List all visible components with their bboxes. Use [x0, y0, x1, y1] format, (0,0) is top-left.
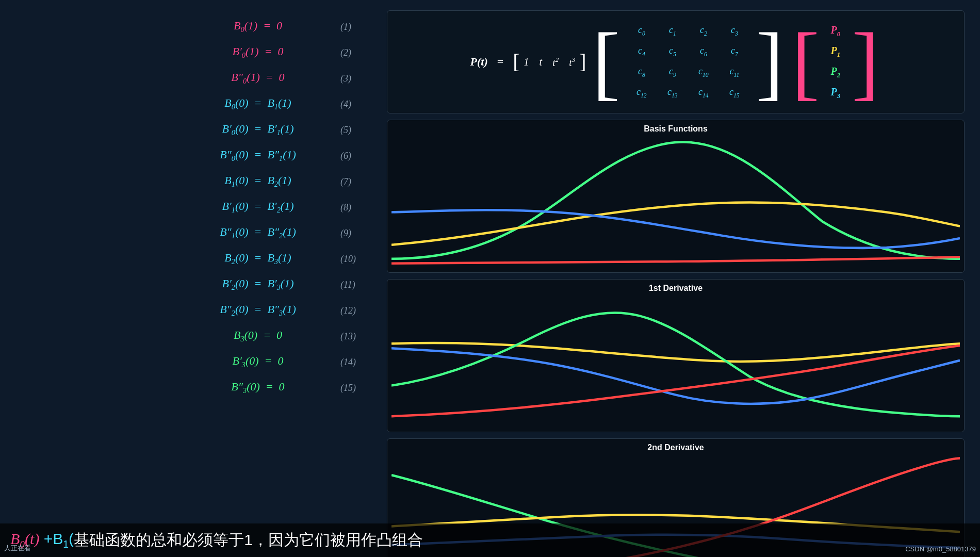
- eq-formula-13: B3(0) = 0: [186, 329, 330, 343]
- p-vector: P0 P1 P2 P3: [825, 21, 845, 103]
- eq-number-11: (11): [340, 280, 366, 290]
- c5: c5: [669, 45, 676, 58]
- eq-formula-1: B0(1) = 0: [186, 19, 330, 34]
- equation-row-6: B″0(0) = B″1(1) (6): [31, 144, 366, 167]
- second-derivative-title: 2nd Derivative: [387, 439, 964, 454]
- basis-functions-title: Basis Functions: [387, 120, 964, 136]
- equation-row-2: B′0(1) = 0 (2): [31, 41, 366, 64]
- row-vec-bracket-right: ]: [579, 52, 586, 72]
- c0: c0: [638, 25, 645, 37]
- equation-row-12: B″2(0) = B″3(1) (12): [31, 299, 366, 322]
- pt-label: P(t): [470, 55, 488, 69]
- eq-formula-15: B″3(0) = 0: [186, 380, 330, 395]
- row-vector: 1 t t2 t3: [524, 56, 576, 69]
- eq-formula-9: B″1(0) = B″2(1): [186, 225, 330, 240]
- eq-number-13: (13): [340, 331, 366, 342]
- c4: c4: [638, 45, 645, 58]
- P3: P3: [830, 86, 840, 100]
- c2: c2: [700, 25, 707, 37]
- eq-formula-3: B″0(1) = 0: [186, 71, 330, 86]
- basis-svg: [391, 138, 960, 268]
- c11: c11: [729, 66, 739, 78]
- eq-number-1: (1): [340, 22, 366, 32]
- eq-number-8: (8): [340, 202, 366, 213]
- row-vec-bracket-left: [: [513, 52, 519, 72]
- P1: P1: [830, 45, 840, 59]
- subtitle-bar: B0(t) +B1( 基础函数的总和必须等于1，因为它们被用作凸组合: [0, 523, 980, 557]
- pvec-bracket-right: ]: [852, 27, 879, 97]
- eq-number-3: (3): [340, 73, 366, 84]
- equation-row-5: B′0(0) = B′1(1) (5): [31, 119, 366, 141]
- equation-row-14: B′3(0) = 0 (14): [31, 351, 366, 373]
- rv-t2: t2: [552, 56, 559, 69]
- first-derivative-title: 1st Derivative: [387, 280, 964, 295]
- equation-row-1: B0(1) = 0 (1): [31, 15, 366, 38]
- eq-formula-4: B0(0) = B1(1): [186, 96, 330, 111]
- eq-formula-8: B′1(0) = B′2(1): [186, 200, 330, 215]
- basis-functions-chart: Basis Functions: [387, 120, 965, 273]
- eq-formula-10: B2(0) = B3(1): [186, 251, 330, 266]
- eq-number-5: (5): [340, 125, 366, 136]
- c7: c7: [731, 45, 738, 58]
- subtitle-chinese: 基础函数的总和必须等于1，因为它们被用作凸组合: [74, 530, 423, 551]
- eq-number-15: (15): [340, 383, 366, 394]
- equation-row-9: B″1(0) = B″2(1) (9): [31, 222, 366, 244]
- deriv1-svg: [391, 297, 960, 428]
- c14: c14: [698, 87, 709, 99]
- c10: c10: [698, 66, 709, 78]
- equation-row-8: B′1(0) = B′2(1) (8): [31, 196, 366, 219]
- eq-number-7: (7): [340, 176, 366, 187]
- pvec-bracket-left: [: [792, 27, 819, 97]
- footer-right: CSDN @m0_58801379: [905, 545, 976, 553]
- c8: c8: [638, 66, 645, 78]
- c12: c12: [636, 87, 647, 99]
- subtitle-plus-b1: +B1(: [39, 530, 74, 550]
- eq-number-6: (6): [340, 151, 366, 161]
- eq-number-2: (2): [340, 47, 366, 58]
- eq-formula-2: B′0(1) = 0: [186, 45, 330, 60]
- equation-row-11: B′2(0) = B′3(1) (11): [31, 273, 366, 296]
- c1: c1: [669, 25, 676, 37]
- rv-1: 1: [524, 56, 529, 68]
- first-derivative-chart: 1st Derivative: [387, 279, 965, 432]
- right-panel: P(t) = [ 1 t t2 t3 ] [ c0 c1 c2 c3: [377, 0, 980, 557]
- eq-number-9: (9): [340, 228, 366, 239]
- eq-formula-11: B′2(0) = B′3(1): [186, 277, 330, 292]
- P0: P0: [830, 24, 840, 38]
- matrix-formula: P(t) = [ 1 t t2 t3 ] [ c0 c1 c2 c3: [470, 21, 881, 103]
- equation-row-13: B3(0) = 0 (13): [31, 325, 366, 348]
- matrix-bracket-left: [: [593, 27, 620, 97]
- equation-row-10: B2(0) = B3(1) (10): [31, 248, 366, 270]
- eq-formula-5: B′0(0) = B′1(1): [186, 122, 330, 137]
- footer-left: 人正在看: [4, 544, 31, 553]
- c9: c9: [669, 66, 676, 78]
- matrix-bracket-right: ]: [756, 27, 783, 97]
- c-matrix: c0 c1 c2 c3 c4 c5 c6 c7 c8 c9 c10 c11 c1…: [626, 21, 750, 103]
- eq-number-10: (10): [340, 254, 366, 265]
- eq-formula-7: B1(0) = B2(1): [186, 174, 330, 189]
- c3: c3: [731, 25, 738, 37]
- eq-number-4: (4): [340, 99, 366, 110]
- eq-formula-6: B″0(0) = B″1(1): [186, 148, 330, 163]
- eq-number-12: (12): [340, 305, 366, 316]
- equations-panel: B0(1) = 0 (1) B′0(1) = 0 (2) B″0(1) = 0 …: [0, 0, 377, 557]
- equation-row-3: B″0(1) = 0 (3): [31, 67, 366, 90]
- P2: P2: [830, 65, 840, 79]
- equation-row-4: B0(0) = B1(1) (4): [31, 93, 366, 116]
- eq-formula-12: B″2(0) = B″3(1): [186, 303, 330, 318]
- basis-functions-area: [387, 136, 964, 272]
- equation-row-15: B″3(0) = 0 (15): [31, 376, 366, 399]
- c15: c15: [729, 87, 740, 99]
- equals-sign: =: [492, 55, 509, 69]
- c6: c6: [700, 45, 707, 58]
- first-derivative-area: [387, 295, 964, 432]
- matrix-section: P(t) = [ 1 t t2 t3 ] [ c0 c1 c2 c3: [387, 10, 965, 113]
- eq-formula-14: B′3(0) = 0: [186, 354, 330, 369]
- rv-t: t: [540, 56, 543, 68]
- c13: c13: [667, 87, 678, 99]
- rv-t3: t3: [569, 56, 575, 69]
- equation-row-7: B1(0) = B2(1) (7): [31, 170, 366, 193]
- eq-number-14: (14): [340, 357, 366, 368]
